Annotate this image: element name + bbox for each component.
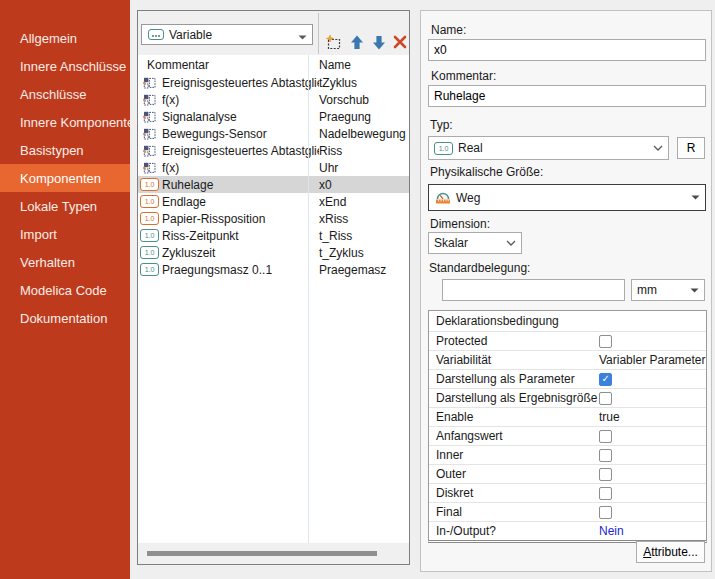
toolbar-separator	[318, 13, 319, 54]
variable-row-t-riss[interactable]: 1.0Riss-Zeitpunktt_Riss	[138, 227, 409, 244]
variable-row-tzyklus[interactable]: Ereignisgesteuertes AbtastgliedtZyklus	[138, 74, 409, 91]
declaration-table-header: Deklarationsbedingung	[429, 311, 706, 331]
sidebar-item-verhalten[interactable]: Verhalten	[0, 248, 130, 276]
sidebar-item-modelica-code[interactable]: Modelica Code	[0, 276, 130, 304]
quantity-combo[interactable]: Weg	[428, 184, 706, 211]
move-up-button[interactable]	[346, 33, 367, 54]
chevron-down-icon	[506, 240, 516, 246]
horizontal-scrollbar[interactable]	[139, 543, 408, 563]
variable-name: tZyklus	[319, 76, 409, 90]
variable-comment: Ruhelage	[162, 178, 213, 192]
component-icon	[141, 128, 158, 140]
component-icon	[141, 162, 158, 174]
checkbox-anfangswert[interactable]	[599, 430, 612, 443]
sidebar-item-basistypen[interactable]: Basistypen	[0, 136, 130, 164]
sidebar-item-allgemein[interactable]: Allgemein	[0, 24, 130, 52]
variable-comment: Bewegungs-Sensor	[162, 127, 267, 141]
dropdown-arrow-icon	[690, 288, 699, 293]
variable-name: t_Riss	[319, 229, 409, 243]
checkbox-darstellung-als-parameter[interactable]	[599, 373, 612, 386]
variable-comment: Praegungsmasz 0..1	[162, 263, 272, 277]
declaration-label: In-/Output?	[429, 524, 599, 538]
scrollbar-thumb[interactable]	[147, 551, 377, 556]
unit-combo[interactable]: mm	[631, 279, 705, 301]
variable-name: Riss	[319, 144, 409, 158]
declaration-label: Anfangswert	[429, 429, 599, 443]
quantity-value: Weg	[456, 191, 480, 205]
variable-row-t-zyklus[interactable]: 1.0Zykluszeitt_Zyklus	[138, 244, 409, 261]
component-icon	[141, 145, 158, 157]
variable-name: xEnd	[319, 195, 409, 209]
variable-row-uhr[interactable]: f(x)Uhr	[138, 159, 409, 176]
class-filter-combo[interactable]: Variable	[141, 24, 313, 45]
variable-row-praegemasz[interactable]: 1.0Praegungsmasz 0..1Praegemasz	[138, 261, 409, 278]
checkbox-darstellung-als-ergebnisgr-e[interactable]	[599, 392, 612, 405]
sidebar-item-innere-komponenten[interactable]: Innere Komponenten	[0, 108, 130, 136]
column-header-kommentar[interactable]: Kommentar	[138, 58, 319, 72]
declaration-label: Enable	[429, 410, 599, 424]
variable-row-riss[interactable]: Ereignisgesteuertes AbtastgliedRiss	[138, 142, 409, 159]
checkbox-inner[interactable]	[599, 449, 612, 462]
sidebar-item-komponenten[interactable]: Komponenten	[0, 164, 130, 192]
declaration-row-final: Final	[429, 502, 706, 521]
sidebar-item-lokale-typen[interactable]: Lokale Typen	[0, 192, 130, 220]
comment-label: Kommentar:	[431, 69, 496, 83]
variable-row-nadelbewegung[interactable]: Bewegungs-SensorNadelbewegung	[138, 125, 409, 142]
variable-comment: Papier-Rissposition	[162, 212, 265, 226]
default-value-input[interactable]	[442, 279, 625, 301]
variables-list: Kommentar Name Ereignisgesteuertes Abtas…	[138, 55, 409, 543]
declaration-row-darstellung-als-ergebnisgr-e: Darstellung als Ergebnisgröße	[429, 388, 706, 407]
comment-input[interactable]	[428, 85, 706, 107]
variable-comment: f(x)	[162, 93, 179, 107]
checkbox-protected[interactable]	[599, 335, 612, 348]
real-type-icon: 1.0	[141, 212, 158, 225]
declaration-row-protected: Protected	[429, 331, 706, 350]
column-header-name[interactable]: Name	[319, 58, 409, 72]
type-value: Real	[458, 141, 483, 155]
variable-comment: Endlage	[162, 195, 206, 209]
new-variable-button[interactable]	[323, 33, 344, 54]
checkbox-final[interactable]	[599, 506, 612, 519]
variable-name: Praegemasz	[319, 263, 409, 277]
declaration-row-darstellung-als-parameter: Darstellung als Parameter	[429, 369, 706, 388]
variable-row-vorschub[interactable]: f(x)Vorschub	[138, 91, 409, 108]
declaration-row-variabilit-t: VariabilitätVariabler Parameter	[429, 350, 706, 369]
sidebar-item-import[interactable]: Import	[0, 220, 130, 248]
declaration-label: Protected	[429, 334, 599, 348]
variable-row-xriss[interactable]: 1.0Papier-RisspositionxRiss	[138, 210, 409, 227]
value-in-output[interactable]: Nein	[599, 524, 624, 538]
declaration-label: Darstellung als Parameter	[429, 372, 599, 386]
quantity-label: Physikalische Größe:	[430, 165, 543, 179]
type-r-button[interactable]: R	[677, 137, 705, 159]
sidebar-item-anschl-sse[interactable]: Anschlüsse	[0, 80, 130, 108]
dropdown-arrow-icon	[691, 195, 700, 200]
list-header: Kommentar Name	[138, 55, 409, 74]
value-enable: true	[599, 410, 620, 424]
arrow-down-icon	[372, 35, 386, 53]
type-combo[interactable]: 1.0 Real	[428, 136, 669, 160]
variable-name: t_Zyklus	[319, 246, 409, 260]
name-input[interactable]	[428, 39, 706, 61]
new-item-icon	[325, 35, 342, 53]
move-down-button[interactable]	[368, 33, 389, 54]
attribute-button[interactable]: Attribute...	[636, 541, 705, 563]
dimension-value: Skalar	[434, 236, 468, 250]
real-type-icon: 1.0	[141, 229, 158, 242]
variable-row-praegung[interactable]: SignalanalysePraegung	[138, 108, 409, 125]
declaration-label: Darstellung als Ergebnisgröße	[429, 391, 599, 405]
dimension-combo[interactable]: Skalar	[428, 232, 522, 254]
variable-comment: Signalanalyse	[162, 110, 237, 124]
checkbox-diskret[interactable]	[599, 487, 612, 500]
variable-comment: Zykluszeit	[162, 246, 215, 260]
arrow-up-icon	[350, 35, 364, 53]
sidebar-item-innere-anschl-sse[interactable]: Innere Anschlüsse	[0, 52, 130, 80]
variable-row-xend[interactable]: 1.0EndlagexEnd	[138, 193, 409, 210]
sidebar-item-dokumentation[interactable]: Dokumentation	[0, 304, 130, 332]
variable-comment: Ereignisgesteuertes Abtastglied	[162, 76, 319, 90]
delete-variable-button[interactable]	[389, 33, 410, 54]
variable-row-x0[interactable]: 1.0Ruhelagex0	[138, 176, 409, 193]
real-type-icon: 1.0	[141, 246, 158, 259]
real-type-icon: 1.0	[141, 178, 158, 191]
checkbox-outer[interactable]	[599, 468, 612, 481]
declaration-header-label: Deklarationsbedingung	[429, 314, 599, 328]
